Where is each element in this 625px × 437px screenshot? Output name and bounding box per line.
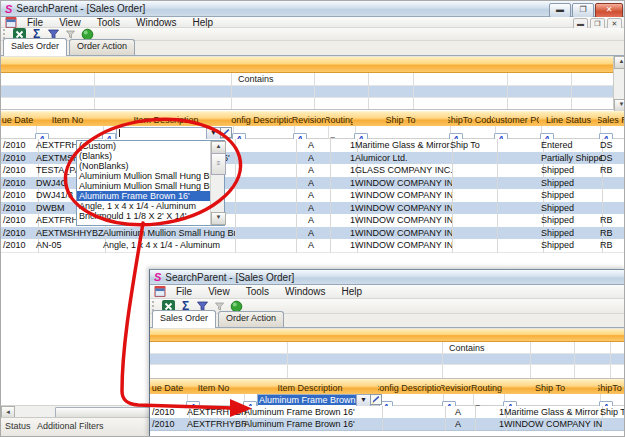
cell (493, 214, 544, 228)
cell: DS (598, 139, 625, 153)
mdi-child-icon (5, 17, 17, 28)
panel-divider (610, 365, 611, 378)
filter-cell: A (231, 126, 295, 140)
dropdown-item[interactable]: (NonBlanks) (77, 161, 211, 171)
panel-divider (94, 73, 95, 85)
cell (231, 139, 297, 153)
menu-item-help[interactable]: Help (185, 17, 222, 28)
menu-bar: FileViewToolsWindowsHelp ▬ ❐ ✕ (1, 17, 625, 28)
cell: Shipped (539, 189, 603, 203)
panel-divider (571, 73, 572, 85)
filter-cell: A (598, 126, 625, 140)
cell: AN-05 (34, 239, 106, 253)
cell (231, 239, 297, 253)
menu-item-windows[interactable]: Windows (128, 17, 185, 28)
minimize-button[interactable]: ▬ (549, 3, 571, 18)
scroll-thumb[interactable]: ≡ (211, 153, 226, 175)
panel-divider (413, 73, 414, 85)
menu-bar: FileViewToolsWindowsHelp (150, 285, 625, 299)
filter-panel-scrollbar[interactable]: ▲ ▼ (613, 56, 625, 110)
filter-cell: A (292, 126, 329, 140)
menu-item-view[interactable]: View (200, 286, 238, 297)
scroll-down-icon[interactable]: ▼ (211, 212, 226, 225)
cell: Angle, 1 x 4 x 1/4 - Aluminum (101, 239, 236, 253)
cell: WINDOW COMPANY INC. (353, 214, 453, 228)
filter-cell: A (493, 126, 542, 140)
dropdown-item[interactable]: Aluminium Mullion Small Hung Brown 16' (77, 181, 211, 191)
cell: AEXTFRHYBR (185, 418, 247, 431)
panel-divider (314, 73, 315, 85)
advanced-filter-icon[interactable] (220, 127, 232, 138)
dropdown-item[interactable]: Brickmould 1 1/8 X 2' X 14' (77, 211, 211, 221)
grid-header-row: ue DateItem NoItem DescriptionConfig Des… (1, 111, 625, 126)
cell: Ship To (448, 139, 498, 153)
cell: WINDOW COMPANY INC. (353, 202, 453, 216)
panel-divider (314, 98, 315, 109)
tab-order-action[interactable]: Order Action (69, 39, 135, 55)
cell (448, 189, 498, 203)
panel-divider (507, 98, 508, 109)
menu-item-windows[interactable]: Windows (277, 286, 334, 297)
cell: GLASS COMPANY INC. (353, 164, 453, 178)
title-bar[interactable]: S SearchParent - [Sales Order] (150, 270, 625, 285)
panel-divider (287, 365, 288, 378)
cell (598, 177, 625, 191)
filter-panel-band (150, 328, 625, 342)
panel-divider (507, 73, 508, 85)
tab-strip: Sales OrderOrder Action (150, 314, 625, 328)
tab-order-action[interactable]: Order Action (218, 311, 284, 327)
menu-item-tools[interactable]: Tools (238, 286, 277, 297)
cell: WINDOW COMPANY INC. (353, 189, 453, 203)
panel-divider (507, 86, 508, 97)
filter-value-row[interactable] (150, 354, 625, 365)
tab-sales-order[interactable]: Sales Order (3, 38, 67, 56)
cell (378, 418, 446, 431)
scroll-up-icon[interactable]: ▲ (614, 56, 625, 69)
menu-item-tools[interactable]: Tools (89, 17, 128, 28)
dropdown-item[interactable]: Angle, 1 x 4 x 1/4 - Aluminum (77, 201, 211, 211)
dropdown-item[interactable]: (Custom) (77, 141, 211, 151)
panel-divider (413, 98, 414, 109)
tab-sales-order[interactable]: Sales Order (152, 310, 216, 328)
dropdown-item[interactable]: Aluminum Frame Brown 16' (77, 191, 211, 201)
title-bar[interactable]: S SearchParent - [Sales Order] ▬ ❐ ✕ (1, 1, 625, 17)
table-row[interactable]: /2010AN-05Angle, 1 x 4 x 1/4 - AluminumA… (1, 239, 625, 253)
cell: Aluminium Mullion Small Hung Bronze 16' (101, 227, 236, 241)
screenshot-root: S SearchParent - [Sales Order] ▬ ❐ ✕ Fil… (0, 0, 625, 437)
window-title: SearchParent - [Sales Order] (16, 3, 145, 14)
advanced-filter-icon[interactable] (370, 394, 382, 405)
table-row[interactable]: /2010AEXTMSHHYBZAluminium Mullion Small … (1, 227, 625, 241)
cell (448, 214, 498, 228)
cell: RB (598, 239, 625, 253)
menu-item-file[interactable]: File (19, 17, 51, 28)
table-row[interactable]: /2010AEXTFRHYBRAluminum Frame Brown 16'A… (150, 418, 625, 431)
cell (448, 227, 498, 241)
panel-divider (94, 98, 95, 109)
item-description-dropdown[interactable]: (Custom)(Blanks)(NonBlanks)Aluminium Mul… (76, 140, 225, 226)
cell (493, 139, 544, 153)
cell: AEXTMSHHYBZ (34, 227, 106, 241)
panel-divider (287, 354, 288, 364)
horizontal-scrollbar[interactable]: ◄ (1, 405, 149, 417)
cell: Alumicor Ltd. (353, 152, 453, 166)
dropdown-scrollbar[interactable]: ▲ ≡ ▼ (210, 141, 224, 225)
cell: RB (598, 214, 625, 228)
filter-cell (1, 126, 37, 140)
menu-item-view[interactable]: View (51, 17, 89, 28)
dropdown-item[interactable]: Aluminium Mullion Small Hung Bronze 16' (77, 171, 211, 181)
grid-filter-row: AAAA=AAAAA▼ (1, 126, 625, 139)
filter-value-row[interactable] (1, 86, 613, 98)
menu-item-file[interactable]: File (168, 286, 200, 297)
dropdown-item[interactable]: (Blanks) (77, 151, 211, 161)
menu-item-help[interactable]: Help (334, 286, 371, 297)
cell: Shipped (539, 227, 603, 241)
filter-empty-row (150, 365, 625, 379)
child-window: S SearchParent - [Sales Order] FileViewT… (149, 269, 625, 437)
panel-divider (530, 342, 531, 353)
panel-divider (610, 342, 611, 353)
restore-button[interactable]: ❐ (572, 3, 594, 18)
window-title: SearchParent - [Sales Order] (165, 272, 294, 283)
dropdown-list: (Custom)(Blanks)(NonBlanks)Aluminium Mul… (77, 141, 211, 225)
close-button[interactable]: ✕ (595, 3, 623, 18)
cell (493, 164, 544, 178)
